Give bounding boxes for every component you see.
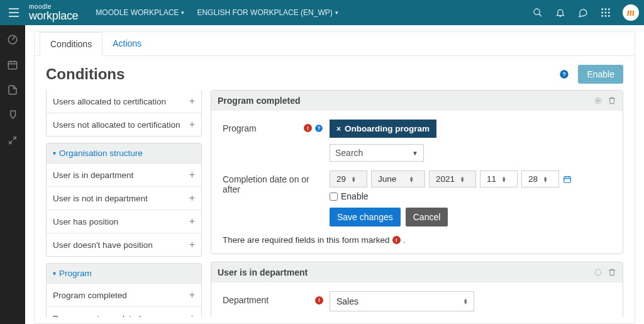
svg-point-15 (595, 98, 601, 103)
program-chip[interactable]: ×Onboarding program (330, 120, 436, 138)
chip-remove-icon[interactable]: × (336, 125, 341, 133)
svg-rect-4 (601, 12, 603, 14)
svg-text:?: ? (563, 71, 567, 77)
top-link-language[interactable]: ENGLISH FOR WORKPLACE (EN_WP)▾ (197, 8, 338, 17)
page-header: Conditions ? Enable (35, 56, 635, 90)
logo[interactable]: moodle workplace (29, 4, 78, 21)
top-link-workplace[interactable]: MOODLE WORKPLACE▾ (96, 8, 184, 17)
sidebar-item-calendar-icon[interactable] (7, 59, 18, 70)
hamburger-icon[interactable] (5, 4, 23, 21)
panel-head-program: Program completed (211, 91, 623, 111)
plus-icon: + (189, 289, 195, 301)
calendar-icon[interactable] (563, 175, 572, 184)
label-department: Department ! (223, 291, 323, 305)
help-icon[interactable]: ? (559, 69, 569, 79)
sidebar-item-tools-icon[interactable] (7, 135, 18, 146)
svg-rect-7 (601, 15, 603, 17)
top-right: m (532, 4, 639, 21)
panel-body-program: Program ! ? ×Onboarding program Search▼ (211, 111, 623, 254)
plus-icon: + (189, 313, 195, 317)
card: Conditions Actions Conditions ? Enable U… (34, 31, 635, 324)
group-head-program[interactable]: Program (47, 264, 201, 283)
trash-icon[interactable] (608, 96, 616, 105)
bell-icon[interactable] (555, 7, 566, 18)
tab-conditions[interactable]: Conditions (40, 32, 103, 56)
layout: Conditions Actions Conditions ? Enable U… (0, 25, 644, 324)
search-icon[interactable] (532, 7, 543, 18)
enable-date-checkbox[interactable]: Enable (330, 191, 369, 201)
program-search-select[interactable]: Search▼ (330, 144, 424, 162)
cancel-button[interactable]: Cancel (406, 208, 448, 226)
plus-icon: + (189, 119, 195, 130)
svg-rect-2 (605, 8, 607, 10)
content: Conditions Actions Conditions ? Enable U… (25, 25, 644, 324)
cond-row-not-in-dept[interactable]: User is not in department+ (47, 186, 201, 209)
gear-icon[interactable] (594, 268, 602, 277)
avatar[interactable]: m (623, 4, 639, 21)
label-completion-date: Completion date on or after (223, 170, 323, 194)
save-button[interactable]: Save changes (330, 208, 401, 226)
tabs: Conditions Actions (35, 32, 635, 56)
cond-row-has-pos[interactable]: User has position+ (47, 209, 201, 233)
svg-rect-3 (608, 8, 610, 10)
svg-rect-1 (601, 8, 603, 10)
svg-text:?: ? (318, 126, 321, 131)
svg-rect-18 (564, 176, 571, 182)
plus-icon: + (189, 96, 195, 107)
svg-rect-9 (608, 15, 610, 17)
cond-row-no-pos[interactable]: User doesn't have position+ (47, 233, 201, 256)
panel-user-in-department: User is in department Department ! (211, 262, 623, 317)
select-year[interactable]: 2021▴▾ (429, 170, 476, 187)
plus-icon: + (189, 193, 195, 204)
gear-icon[interactable] (594, 96, 602, 105)
select-hour[interactable]: 11▴▾ (480, 170, 518, 187)
svg-point-19 (595, 269, 601, 275)
svg-rect-6 (608, 12, 610, 14)
header-right: ? Enable (559, 65, 623, 84)
svg-point-0 (534, 9, 540, 14)
select-minute[interactable]: 28▴▾ (521, 170, 559, 187)
topbar: moodle workplace MOODLE WORKPLACE▾ ENGLI… (0, 0, 644, 25)
select-month[interactable]: June▴▾ (371, 170, 425, 187)
sidebar (0, 25, 25, 324)
conditions-list: Users allocated to certification+ Users … (46, 90, 202, 317)
plus-icon: + (189, 239, 195, 250)
cond-row-cert-not-alloc[interactable]: Users not allocated to certification+ (47, 113, 201, 136)
sidebar-item-certificate-icon[interactable] (7, 109, 18, 121)
cond-group-program: Program Program completed+ Program not c… (46, 263, 202, 317)
panel-head-dept: User is in department (211, 262, 623, 282)
cond-group-org: Organisation structure User is in depart… (46, 143, 202, 257)
cond-group-certs: Users allocated to certification+ Users … (46, 90, 202, 137)
group-head-org[interactable]: Organisation structure (47, 143, 201, 163)
svg-point-14 (597, 99, 599, 102)
logo-big: workplace (29, 10, 78, 21)
cond-row-cert-alloc[interactable]: Users allocated to certification+ (47, 90, 201, 113)
sidebar-item-file-icon[interactable] (7, 84, 18, 96)
required-icon: ! (304, 124, 312, 132)
top-links: MOODLE WORKPLACE▾ ENGLISH FOR WORKPLACE … (96, 8, 338, 17)
panel-body-dept: Department ! Sales▴▾ Include subdepartme… (211, 282, 623, 317)
required-icon: ! (392, 236, 401, 244)
panel-program-completed: Program completed Program (211, 90, 623, 254)
chevron-down-icon: ▼ (412, 150, 418, 157)
label-program: Program ! ? (223, 120, 323, 133)
enable-button[interactable]: Enable (578, 65, 623, 84)
page-title: Conditions (46, 65, 125, 83)
trash-icon[interactable] (608, 268, 616, 277)
apps-icon[interactable] (600, 7, 611, 18)
tab-actions[interactable]: Actions (103, 32, 152, 55)
select-day[interactable]: 29▴▾ (330, 170, 367, 187)
svg-rect-5 (605, 12, 607, 14)
cond-row-prog-not-complete[interactable]: Program not completed+ (47, 306, 201, 317)
cond-row-prog-complete[interactable]: Program completed+ (47, 283, 201, 306)
plus-icon: + (189, 169, 195, 181)
sidebar-item-dashboard-icon[interactable] (7, 34, 18, 45)
svg-rect-11 (8, 62, 17, 69)
right-col: Program completed Program (211, 90, 623, 317)
cond-row-in-dept[interactable]: User is in department+ (47, 163, 201, 186)
messages-icon[interactable] (577, 7, 589, 18)
help-icon[interactable]: ? (314, 124, 323, 133)
required-note: There are required fields in this form m… (223, 235, 611, 245)
main: Users allocated to certification+ Users … (35, 90, 635, 323)
department-select[interactable]: Sales▴▾ (330, 291, 474, 311)
